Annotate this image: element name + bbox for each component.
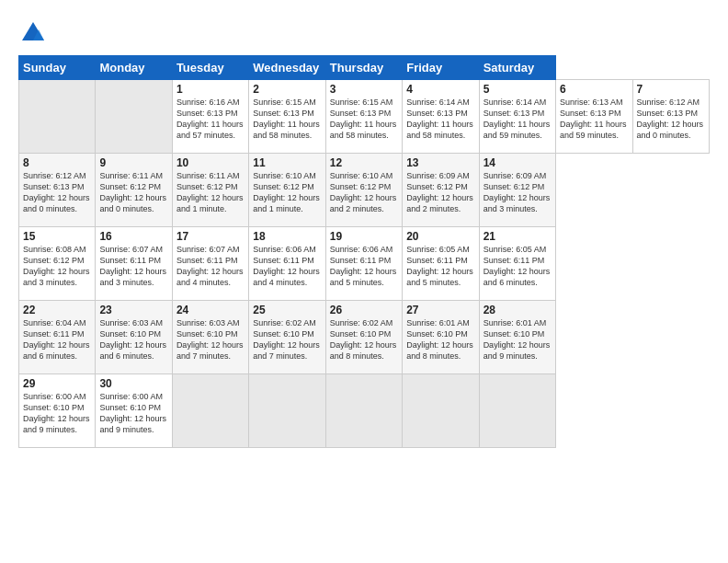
day-info: Sunrise: 6:11 AMSunset: 6:12 PMDaylight:…: [176, 170, 245, 215]
col-header-saturday: Saturday: [479, 56, 555, 80]
day-cell: [479, 374, 555, 448]
day-cell: 7Sunrise: 6:12 AMSunset: 6:13 PMDaylight…: [632, 80, 710, 154]
calendar-table: SundayMondayTuesdayWednesdayThursdayFrid…: [18, 55, 710, 448]
day-info: Sunrise: 6:06 AMSunset: 6:11 PMDaylight:…: [330, 244, 398, 289]
day-number: 17: [176, 230, 245, 243]
day-info: Sunrise: 6:04 AMSunset: 6:11 PMDaylight:…: [23, 317, 91, 362]
day-number: 27: [406, 304, 474, 316]
day-cell: 12Sunrise: 6:10 AMSunset: 6:12 PMDayligh…: [325, 154, 402, 227]
day-cell: 3Sunrise: 6:15 AMSunset: 6:13 PMDaylight…: [325, 80, 402, 154]
day-info: Sunrise: 6:10 AMSunset: 6:12 PMDaylight:…: [330, 170, 398, 215]
day-number: 3: [330, 83, 398, 96]
day-info: Sunrise: 6:07 AMSunset: 6:11 PMDaylight:…: [176, 244, 245, 289]
day-cell: [403, 374, 479, 448]
week-row-2: 15Sunrise: 6:08 AMSunset: 6:12 PMDayligh…: [19, 227, 710, 301]
day-cell: 10Sunrise: 6:11 AMSunset: 6:12 PMDayligh…: [172, 154, 248, 227]
day-info: Sunrise: 6:13 AMSunset: 6:13 PMDaylight:…: [560, 97, 628, 142]
day-info: Sunrise: 6:11 AMSunset: 6:12 PMDaylight:…: [99, 170, 167, 215]
day-cell: 15Sunrise: 6:08 AMSunset: 6:12 PMDayligh…: [19, 227, 96, 301]
day-cell: 11Sunrise: 6:10 AMSunset: 6:12 PMDayligh…: [249, 154, 325, 227]
day-number: 29: [23, 377, 91, 390]
logo-icon: [20, 20, 46, 46]
day-info: Sunrise: 6:09 AMSunset: 6:12 PMDaylight:…: [483, 170, 552, 215]
day-number: 28: [483, 304, 552, 316]
col-header-sunday: Sunday: [19, 56, 96, 80]
day-info: Sunrise: 6:00 AMSunset: 6:10 PMDaylight:…: [23, 391, 91, 436]
day-info: Sunrise: 6:12 AMSunset: 6:13 PMDaylight:…: [23, 170, 91, 215]
page: SundayMondayTuesdayWednesdayThursdayFrid…: [0, 0, 728, 563]
day-cell: [96, 80, 172, 154]
day-number: 22: [23, 304, 91, 316]
day-info: Sunrise: 6:00 AMSunset: 6:10 PMDaylight:…: [99, 391, 167, 436]
day-cell: 8Sunrise: 6:12 AMSunset: 6:13 PMDaylight…: [19, 154, 96, 227]
day-cell: 9Sunrise: 6:11 AMSunset: 6:12 PMDaylight…: [96, 154, 172, 227]
day-info: Sunrise: 6:02 AMSunset: 6:10 PMDaylight:…: [253, 317, 321, 362]
logo: [18, 20, 46, 46]
day-info: Sunrise: 6:15 AMSunset: 6:13 PMDaylight:…: [253, 97, 321, 142]
day-cell: [172, 374, 248, 448]
day-cell: 1Sunrise: 6:16 AMSunset: 6:13 PMDaylight…: [172, 80, 248, 154]
day-info: Sunrise: 6:05 AMSunset: 6:11 PMDaylight:…: [483, 244, 552, 289]
day-number: 8: [23, 156, 91, 169]
day-cell: 14Sunrise: 6:09 AMSunset: 6:12 PMDayligh…: [479, 154, 555, 227]
day-cell: 17Sunrise: 6:07 AMSunset: 6:11 PMDayligh…: [172, 227, 248, 301]
day-cell: 20Sunrise: 6:05 AMSunset: 6:11 PMDayligh…: [403, 227, 479, 301]
header-row: SundayMondayTuesdayWednesdayThursdayFrid…: [19, 56, 710, 80]
day-number: 18: [253, 230, 321, 243]
day-info: Sunrise: 6:08 AMSunset: 6:12 PMDaylight:…: [23, 244, 91, 289]
day-info: Sunrise: 6:06 AMSunset: 6:11 PMDaylight:…: [253, 244, 321, 289]
day-cell: 26Sunrise: 6:02 AMSunset: 6:10 PMDayligh…: [325, 301, 402, 374]
day-info: Sunrise: 6:03 AMSunset: 6:10 PMDaylight:…: [176, 317, 245, 362]
day-cell: 25Sunrise: 6:02 AMSunset: 6:10 PMDayligh…: [249, 301, 325, 374]
day-number: 30: [99, 377, 167, 390]
week-row-4: 29Sunrise: 6:00 AMSunset: 6:10 PMDayligh…: [19, 374, 710, 448]
day-number: 20: [406, 230, 474, 243]
day-cell: 4Sunrise: 6:14 AMSunset: 6:13 PMDaylight…: [403, 80, 479, 154]
day-cell: 2Sunrise: 6:15 AMSunset: 6:13 PMDaylight…: [249, 80, 325, 154]
day-info: Sunrise: 6:01 AMSunset: 6:10 PMDaylight:…: [483, 317, 552, 362]
day-info: Sunrise: 6:09 AMSunset: 6:12 PMDaylight:…: [406, 170, 474, 215]
day-number: 14: [483, 156, 552, 169]
day-number: 21: [483, 230, 552, 243]
day-number: 24: [176, 304, 245, 316]
col-header-tuesday: Tuesday: [172, 56, 248, 80]
day-cell: 16Sunrise: 6:07 AMSunset: 6:11 PMDayligh…: [96, 227, 172, 301]
day-cell: 29Sunrise: 6:00 AMSunset: 6:10 PMDayligh…: [19, 374, 96, 448]
day-number: 23: [99, 304, 167, 316]
day-number: 15: [23, 230, 91, 243]
day-info: Sunrise: 6:14 AMSunset: 6:13 PMDaylight:…: [406, 97, 474, 142]
day-number: 9: [99, 156, 167, 169]
week-row-3: 22Sunrise: 6:04 AMSunset: 6:11 PMDayligh…: [19, 301, 710, 374]
day-cell: 23Sunrise: 6:03 AMSunset: 6:10 PMDayligh…: [96, 301, 172, 374]
day-cell: 19Sunrise: 6:06 AMSunset: 6:11 PMDayligh…: [325, 227, 402, 301]
day-number: 4: [406, 83, 474, 96]
week-row-1: 8Sunrise: 6:12 AMSunset: 6:13 PMDaylight…: [19, 154, 710, 227]
day-cell: 6Sunrise: 6:13 AMSunset: 6:13 PMDaylight…: [556, 80, 632, 154]
day-number: 1: [176, 83, 245, 96]
day-cell: 24Sunrise: 6:03 AMSunset: 6:10 PMDayligh…: [172, 301, 248, 374]
day-info: Sunrise: 6:05 AMSunset: 6:11 PMDaylight:…: [406, 244, 474, 289]
day-info: Sunrise: 6:03 AMSunset: 6:10 PMDaylight:…: [99, 317, 167, 362]
day-number: 7: [637, 83, 706, 96]
day-number: 25: [253, 304, 321, 316]
day-cell: [325, 374, 402, 448]
day-cell: 27Sunrise: 6:01 AMSunset: 6:10 PMDayligh…: [403, 301, 479, 374]
col-header-monday: Monday: [96, 56, 172, 80]
day-cell: 13Sunrise: 6:09 AMSunset: 6:12 PMDayligh…: [403, 154, 479, 227]
day-number: 5: [483, 83, 552, 96]
col-header-thursday: Thursday: [325, 56, 402, 80]
col-header-wednesday: Wednesday: [249, 56, 325, 80]
day-number: 13: [406, 156, 474, 169]
day-cell: [19, 80, 96, 154]
day-cell: 30Sunrise: 6:00 AMSunset: 6:10 PMDayligh…: [96, 374, 172, 448]
day-cell: 5Sunrise: 6:14 AMSunset: 6:13 PMDaylight…: [479, 80, 555, 154]
day-cell: 28Sunrise: 6:01 AMSunset: 6:10 PMDayligh…: [479, 301, 555, 374]
day-info: Sunrise: 6:16 AMSunset: 6:13 PMDaylight:…: [176, 97, 245, 142]
day-info: Sunrise: 6:02 AMSunset: 6:10 PMDaylight:…: [330, 317, 398, 362]
day-number: 10: [176, 156, 245, 169]
day-info: Sunrise: 6:07 AMSunset: 6:11 PMDaylight:…: [99, 244, 167, 289]
day-number: 16: [99, 230, 167, 243]
day-info: Sunrise: 6:15 AMSunset: 6:13 PMDaylight:…: [330, 97, 398, 142]
header: [18, 17, 710, 46]
day-cell: 22Sunrise: 6:04 AMSunset: 6:11 PMDayligh…: [19, 301, 96, 374]
